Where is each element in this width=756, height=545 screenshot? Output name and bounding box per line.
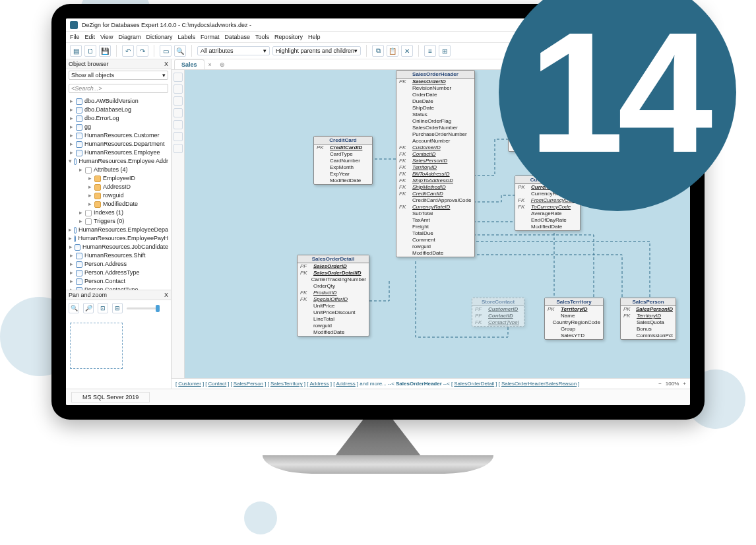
save-button[interactable]: 💾 (99, 45, 111, 57)
entity-salesperson[interactable]: SalesPersonPKSalesPersonIDFKTerritoryIDS… (620, 298, 676, 340)
entity-storecontact[interactable]: StoreContactPFCustomerIDPFContactIDFKCon… (472, 298, 524, 327)
redo-button[interactable]: ↷ (137, 45, 148, 57)
tree-item[interactable]: ▸dbo.ErrorLog (67, 114, 170, 123)
note-tool[interactable] (173, 120, 183, 129)
search-input[interactable]: <Search...> (69, 84, 168, 93)
tree-item[interactable]: ▸HumanResources.EmployeeDepa (67, 226, 170, 234)
zoom-out-icon[interactable]: 🔎 (83, 303, 94, 313)
tab-sales[interactable]: Sales (174, 59, 205, 69)
tree-item[interactable]: ▸HumanResources.Department (67, 140, 170, 148)
expander-icon[interactable]: ▸ (69, 269, 74, 277)
expander-icon[interactable]: ▸ (69, 148, 74, 157)
delete-button[interactable]: ✕ (401, 45, 413, 57)
view-tool[interactable] (173, 108, 183, 117)
zoom-in-icon[interactable]: 🔍 (69, 303, 79, 313)
tree-item[interactable]: ▸Triggers (0) (77, 217, 170, 226)
breadcrumb-link[interactable]: SalesOrderHeaderSalesReason (501, 381, 577, 387)
breadcrumb-link[interactable]: SalesPerson (234, 381, 263, 387)
expander-icon[interactable]: ▸ (69, 260, 74, 269)
expander-icon[interactable]: ▸ (69, 123, 74, 131)
menu-tools[interactable]: Tools (255, 34, 269, 40)
breadcrumb-link[interactable]: Address (336, 381, 355, 387)
tree-item[interactable]: ▸dbo.AWBuildVersion (67, 97, 170, 106)
object-tree[interactable]: ▸dbo.AWBuildVersion▸dbo.DatabaseLog▸dbo.… (66, 96, 171, 290)
tab-add-icon[interactable]: ⊕ (216, 60, 229, 69)
entity-tool[interactable] (173, 84, 183, 94)
expander-icon[interactable]: ▸ (69, 277, 74, 286)
tree-item[interactable]: ▸Indexes (1) (77, 208, 170, 217)
expander-icon[interactable]: ▸ (69, 97, 74, 106)
tree-item[interactable]: ▸HumanResources.JobCandidate (67, 243, 170, 251)
breadcrumb-link[interactable]: Address (309, 381, 329, 387)
zoom-slider[interactable] (127, 307, 160, 309)
close-icon[interactable]: X (164, 292, 168, 298)
align-button[interactable]: ≡ (424, 45, 436, 57)
breadcrumb-link[interactable]: Customer (178, 381, 201, 387)
menu-database[interactable]: Database (224, 34, 250, 40)
menu-format[interactable]: Format (201, 34, 220, 40)
entity-salesterritory[interactable]: SalesTerritoryPKTerritoryIDNameCountryRe… (544, 298, 604, 340)
close-icon[interactable]: X (164, 61, 168, 67)
tree-item[interactable]: ▸rowguid (86, 191, 170, 200)
open-button[interactable]: 🗋 (84, 45, 96, 57)
layout-button[interactable]: ⊞ (439, 45, 451, 57)
menu-edit[interactable]: Edit (85, 34, 96, 40)
expander-icon[interactable]: ▾ (69, 157, 72, 166)
zoom-100-icon[interactable]: ⊟ (112, 303, 123, 313)
menu-labels[interactable]: Labels (177, 34, 195, 40)
tree-item[interactable]: ▸Attributes (4) (77, 166, 170, 174)
entity-creditcard[interactable]: CreditCardPKCreditCardIDCardTypeCardNumb… (313, 136, 373, 185)
tree-item[interactable]: ▸HumanResources.EmployeePayH (67, 234, 170, 243)
text-tool[interactable] (173, 132, 183, 141)
expander-icon[interactable]: ▸ (69, 140, 74, 148)
zoom-button[interactable]: 🔍 (174, 45, 186, 57)
breadcrumb-link[interactable]: SalesTerritory (270, 381, 303, 387)
tree-item[interactable]: ▸EmployeeID (86, 174, 170, 183)
expander-icon[interactable]: ▸ (69, 106, 74, 114)
breadcrumb-link[interactable]: SalesOrderDetail (454, 381, 494, 387)
shape-tool[interactable] (173, 144, 183, 153)
menu-view[interactable]: View (100, 34, 113, 40)
zoom-in-button[interactable]: + (683, 381, 686, 387)
tree-item[interactable]: ▸Person.AddressType (67, 269, 170, 277)
tree-item[interactable]: ▸Person.Contact (67, 277, 170, 286)
undo-button[interactable]: ↶ (122, 45, 134, 57)
expander-icon[interactable]: ▸ (87, 183, 92, 191)
expander-icon[interactable]: ▸ (69, 114, 74, 123)
tree-item[interactable]: ▸AddressID (86, 183, 170, 191)
copy-button[interactable]: ⧉ (372, 45, 384, 57)
expander-icon[interactable]: ▸ (69, 234, 72, 243)
menu-repository[interactable]: Repository (274, 34, 303, 40)
entity-salesorderdetail[interactable]: SalesOrderDetailPFSalesOrderIDPKSalesOrd… (297, 255, 369, 337)
tree-item[interactable]: ▸Person.Address (67, 260, 170, 269)
tree-item[interactable]: ▸HumanResources.Customer (67, 131, 170, 140)
attributes-dropdown[interactable]: All attributes▾ (197, 46, 270, 55)
object-filter-dropdown[interactable]: Show all objects▾ (69, 71, 168, 80)
expander-icon[interactable]: ▸ (69, 226, 72, 234)
tree-item[interactable]: ▸dbo.DatabaseLog (67, 106, 170, 114)
expander-icon[interactable]: ▸ (69, 243, 73, 251)
pointer-tool[interactable] (173, 73, 183, 82)
breadcrumb-link[interactable]: Contact (208, 381, 227, 387)
tab-close-icon[interactable]: × (205, 60, 216, 69)
expander-icon[interactable]: ▸ (87, 191, 92, 200)
zoom-out-button[interactable]: − (658, 381, 662, 387)
tree-item[interactable]: ▾HumanResources.Employee Addr (67, 157, 170, 166)
paste-button[interactable]: 📋 (387, 45, 398, 57)
expander-icon[interactable]: ▸ (78, 217, 83, 226)
expander-icon[interactable]: ▸ (78, 166, 83, 174)
expander-icon[interactable]: ▸ (69, 251, 74, 260)
tree-item[interactable]: ▸HumanResources.Employee (67, 148, 170, 157)
relationship-tool[interactable] (173, 96, 183, 106)
menu-dictionary[interactable]: Dictionary (146, 34, 172, 40)
expander-icon[interactable]: ▸ (78, 208, 83, 217)
tree-item[interactable]: ▸ModifiedDate (86, 200, 170, 208)
highlight-dropdown[interactable]: Highlight parents and children▾ (272, 46, 361, 55)
expander-icon[interactable]: ▸ (87, 200, 92, 208)
tree-item[interactable]: ▸gg (67, 123, 170, 131)
menu-diagram[interactable]: Diagram (118, 34, 141, 40)
menu-help[interactable]: Help (308, 34, 321, 40)
tree-item[interactable]: ▸HumanResources.Shift (67, 251, 170, 260)
zoom-fit-button[interactable]: ▭ (160, 45, 172, 57)
entity-salesorderheader[interactable]: SalesOrderHeaderPKSalesOrderIDRevisionNu… (396, 70, 475, 257)
